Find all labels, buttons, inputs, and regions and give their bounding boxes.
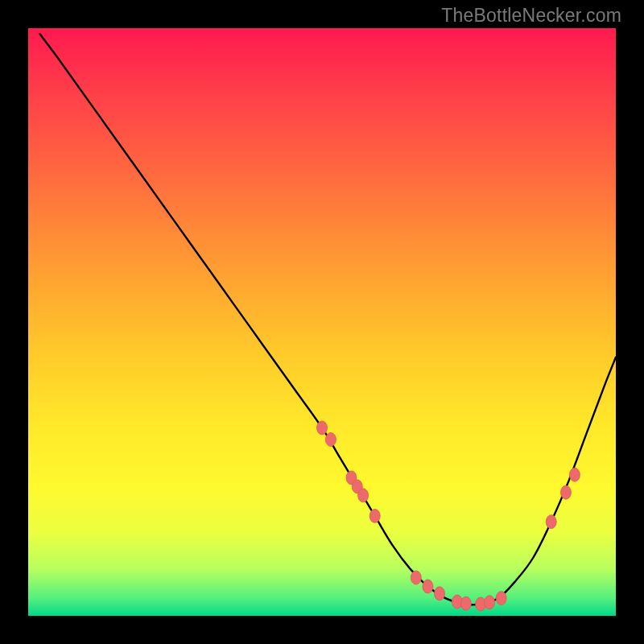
marker-point [411, 571, 421, 584]
marker-point [460, 597, 471, 610]
marker-point [485, 596, 495, 609]
marker-point [560, 485, 571, 499]
marker-point [569, 468, 580, 481]
bottleneck-curve [40, 34, 616, 605]
marker-point [423, 580, 433, 593]
highlight-markers [317, 421, 580, 611]
marker-point [435, 587, 445, 601]
chart-svg [28, 28, 616, 616]
marker-point [546, 515, 556, 529]
marker-point [369, 509, 380, 522]
plot-area [28, 28, 616, 616]
marker-point [496, 592, 506, 605]
marker-point [358, 489, 369, 502]
marker-point [317, 421, 328, 435]
marker-point [325, 433, 336, 447]
watermark-text: TheBottleNecker.com [441, 5, 621, 27]
